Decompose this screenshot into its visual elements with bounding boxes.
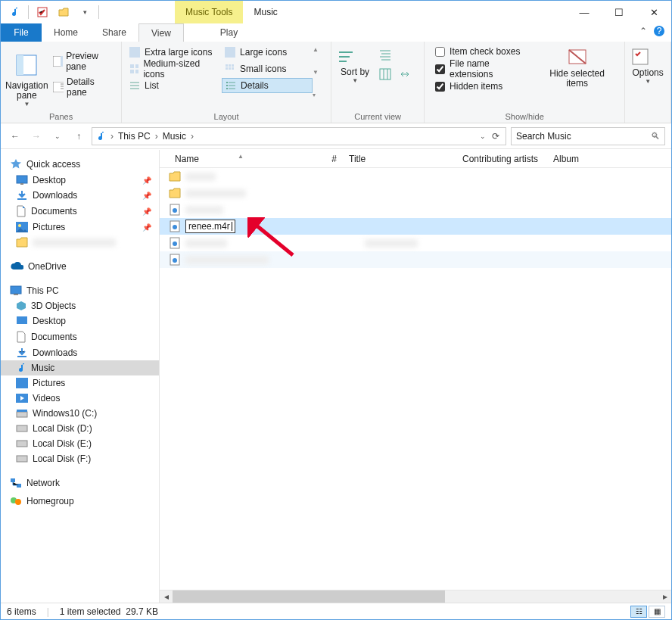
- rename-input[interactable]: renee.m4r: [185, 220, 235, 233]
- tree-this-pc[interactable]: This PC: [1, 283, 159, 298]
- layout-medium[interactable]: Medium-sized icons: [126, 61, 217, 76]
- column-album[interactable]: Album: [547, 154, 623, 164]
- nav-back-button[interactable]: ←: [7, 128, 23, 145]
- layout-small[interactable]: Small icons: [222, 61, 313, 76]
- hscroll-right[interactable]: ▸: [658, 590, 671, 603]
- nav-up-button[interactable]: ↑: [70, 128, 87, 145]
- svg-rect-44: [633, 49, 648, 64]
- cloud-icon: [10, 262, 23, 271]
- list-item[interactable]: [160, 251, 671, 268]
- details-pane-button[interactable]: Details pane: [48, 75, 117, 99]
- list-item-selected[interactable]: renee.m4r: [160, 218, 671, 235]
- navigation-tree[interactable]: Quick access Desktop📌 Downloads📌 Documen…: [1, 150, 160, 603]
- options-button[interactable]: Options ▼: [625, 42, 671, 123]
- tree-qa-pictures[interactable]: Pictures📌: [1, 220, 159, 235]
- group-label-showhide: Show/hide: [425, 112, 624, 121]
- layout-extra-large[interactable]: Extra large icons: [126, 45, 217, 60]
- tree-qa-desktop[interactable]: Desktop📌: [1, 173, 159, 188]
- minimize-button[interactable]: —: [567, 1, 602, 23]
- tree-downloads[interactable]: Downloads: [1, 345, 159, 360]
- qat-properties-icon[interactable]: [33, 4, 51, 20]
- tab-share[interactable]: Share: [90, 23, 138, 42]
- item-check-boxes-toggle[interactable]: Item check boxes: [435, 46, 528, 57]
- column-number[interactable]: #: [313, 154, 343, 164]
- svg-rect-52: [17, 316, 27, 324]
- hide-selected-items-button[interactable]: Hide selected items: [534, 45, 620, 111]
- qat-customize-dropdown[interactable]: ▾: [76, 4, 94, 20]
- nav-recent-dropdown[interactable]: ⌄: [49, 128, 66, 145]
- group-label-panes: Panes: [1, 112, 121, 121]
- view-mode-details-icon[interactable]: ☷: [630, 606, 647, 618]
- tree-network[interactable]: Network: [1, 475, 159, 491]
- tree-drive-c[interactable]: Windows10 (C:): [1, 406, 159, 421]
- layout-details[interactable]: Details: [222, 78, 313, 93]
- tree-3d-objects[interactable]: 3D Objects: [1, 298, 159, 313]
- hscroll-track[interactable]: [173, 590, 658, 603]
- status-item-count: 6 items: [7, 606, 36, 617]
- hscroll-thumb[interactable]: [173, 590, 445, 603]
- svg-rect-17: [226, 64, 228, 67]
- document-icon: [16, 331, 26, 343]
- svg-rect-20: [226, 67, 228, 70]
- svg-rect-59: [17, 441, 27, 447]
- list-item[interactable]: [160, 168, 671, 185]
- size-columns-button[interactable]: [398, 67, 415, 84]
- qat-newfolder-icon[interactable]: [54, 4, 73, 20]
- maximize-button[interactable]: ☐: [602, 1, 636, 23]
- navigation-pane-button[interactable]: Navigation pane ▼: [5, 45, 48, 111]
- help-icon[interactable]: ?: [653, 25, 665, 37]
- tree-qa-downloads[interactable]: Downloads📌: [1, 188, 159, 203]
- tree-drive-d[interactable]: Local Disk (D:): [1, 421, 159, 436]
- tab-home[interactable]: Home: [42, 23, 90, 42]
- homegroup-icon: [10, 496, 22, 506]
- tab-play[interactable]: Play: [208, 23, 250, 42]
- tree-homegroup[interactable]: Homegroup: [1, 494, 159, 509]
- tree-videos[interactable]: Videos: [1, 391, 159, 406]
- layout-scroll-up[interactable]: ▲: [313, 46, 326, 53]
- group-by-button[interactable]: [378, 48, 395, 64]
- hscroll-left[interactable]: ◂: [160, 590, 173, 603]
- sort-by-button[interactable]: Sort by ▼: [336, 45, 374, 111]
- tree-drive-f[interactable]: Local Disk (F:): [1, 451, 159, 466]
- tree-qa-blurred[interactable]: [1, 235, 159, 250]
- tree-qa-documents[interactable]: Documents📌: [1, 203, 159, 220]
- list-item[interactable]: [160, 185, 671, 201]
- list-item[interactable]: [160, 201, 671, 218]
- tree-quick-access[interactable]: Quick access: [1, 156, 159, 173]
- search-input[interactable]: Search Music 🔍︎: [511, 127, 665, 145]
- tree-pictures[interactable]: Pictures: [1, 375, 159, 391]
- tree-drive-e[interactable]: Local Disk (E:): [1, 436, 159, 451]
- column-name[interactable]: Name▲: [169, 154, 313, 164]
- address-dropdown[interactable]: ⌄: [480, 132, 486, 140]
- collapse-ribbon-icon[interactable]: ⌃: [639, 26, 647, 36]
- svg-rect-60: [17, 456, 27, 462]
- tab-view[interactable]: View: [138, 23, 184, 42]
- svg-rect-21: [229, 67, 231, 70]
- layout-list[interactable]: List: [126, 78, 217, 93]
- close-button[interactable]: ✕: [636, 1, 671, 23]
- tree-documents[interactable]: Documents: [1, 329, 159, 345]
- file-name-extensions-toggle[interactable]: File name extensions: [435, 58, 528, 79]
- tree-music[interactable]: Music: [1, 360, 159, 375]
- tab-file[interactable]: File: [1, 23, 42, 42]
- address-bar[interactable]: › This PC Music ⌄ ⟳: [92, 127, 506, 145]
- preview-pane-button[interactable]: Preview pane: [48, 49, 117, 73]
- svg-point-72: [173, 258, 177, 263]
- svg-rect-22: [232, 67, 234, 70]
- view-mode-large-icon[interactable]: ▦: [649, 606, 665, 618]
- refresh-button[interactable]: ⟳: [489, 131, 502, 142]
- svg-rect-39: [380, 69, 390, 79]
- context-tab-music-tools[interactable]: Music Tools: [175, 1, 243, 23]
- list-item[interactable]: [160, 235, 671, 251]
- tree-desktop[interactable]: Desktop: [1, 313, 159, 329]
- layout-scroll-down[interactable]: ▼: [313, 69, 326, 76]
- picture-icon: [16, 378, 28, 388]
- tree-onedrive[interactable]: OneDrive: [1, 259, 159, 274]
- column-contributing-artists[interactable]: Contributing artists: [456, 154, 547, 164]
- nav-forward-button[interactable]: →: [28, 128, 45, 145]
- add-columns-button[interactable]: [378, 67, 395, 84]
- layout-more[interactable]: ▾: [313, 92, 326, 98]
- hidden-items-toggle[interactable]: Hidden items: [435, 81, 528, 92]
- layout-large[interactable]: Large icons: [222, 45, 313, 60]
- column-title[interactable]: Title: [343, 154, 456, 164]
